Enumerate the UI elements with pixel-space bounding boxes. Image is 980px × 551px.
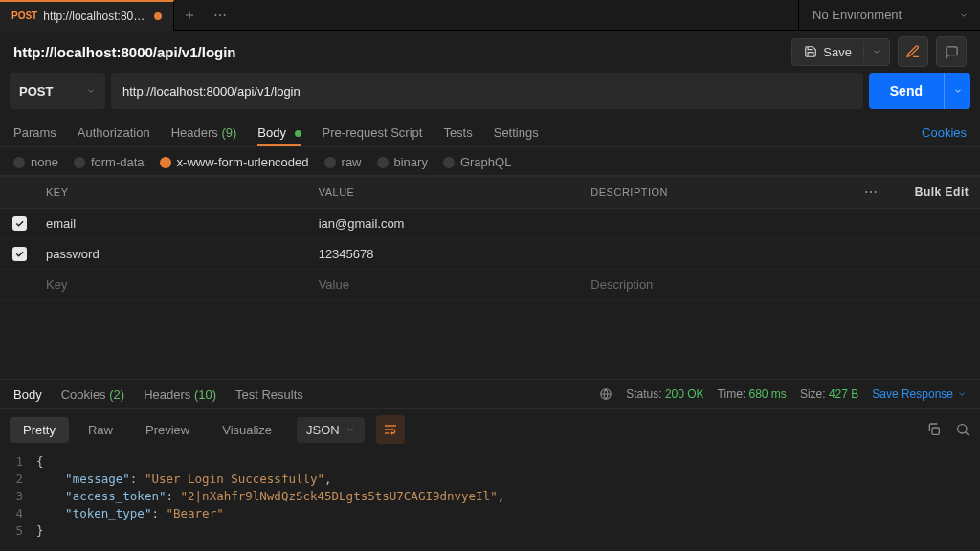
check-icon [14,218,25,229]
comments-button[interactable] [936,36,967,67]
chevron-down-icon [953,86,963,96]
save-options-button[interactable] [863,41,889,62]
chevron-down-icon [86,86,96,96]
search-response-button[interactable] [955,422,970,437]
kv-key-placeholder[interactable]: Key [38,277,311,292]
kv-row: password 12345678 [0,239,980,270]
svg-point-0 [215,13,217,15]
body-type-none[interactable]: none [13,155,58,169]
copy-response-button[interactable] [926,422,942,437]
kv-value-cell[interactable]: ian@gmail.com [311,216,584,231]
new-tab-button[interactable] [174,9,205,22]
tab-params[interactable]: Params [13,125,56,140]
kv-header-desc: DESCRIPTION [583,187,856,198]
line-number: 2 [0,471,36,488]
tab-auth[interactable]: Authorization [78,125,150,140]
search-icon [955,422,970,437]
row-checkbox[interactable] [12,216,27,231]
dots-icon [863,185,879,200]
globe-icon[interactable] [599,387,612,401]
bulk-edit-button[interactable]: Bulk Edit [903,186,980,199]
format-select[interactable]: JSON [297,417,365,443]
view-preview[interactable]: Preview [132,417,203,443]
body-type-raw[interactable]: raw [324,155,362,169]
resp-tab-cookies[interactable]: Cookies (2) [61,387,124,402]
svg-point-4 [870,191,872,193]
check-icon [14,249,25,259]
view-visualize[interactable]: Visualize [209,417,285,443]
kv-key-cell[interactable]: email [38,216,311,231]
wrap-lines-button[interactable] [376,415,405,444]
view-raw[interactable]: Raw [75,417,126,443]
save-icon [804,45,817,58]
body-type-urlencoded[interactable]: x-www-form-urlencoded [160,155,309,169]
line-number: 3 [0,488,36,505]
tab-overflow-button[interactable] [205,8,235,23]
radio-icon [13,157,25,168]
kv-value-placeholder[interactable]: Value [311,277,584,292]
save-button[interactable]: Save [792,39,863,65]
cookies-link[interactable]: Cookies [922,125,967,140]
kv-row-new[interactable]: Key Value Description [0,270,980,300]
body-type-graphql[interactable]: GraphQL [443,155,511,169]
title-row: http://localhost:8000/api/v1/login Save [0,31,980,73]
body-type-formdata[interactable]: form-data [74,155,145,169]
tab-bar: POST http://localhost:8000/ No Environme… [0,0,980,31]
tab-body-label: Body [257,125,286,140]
row-checkbox[interactable] [12,247,27,261]
environment-label: No Environment [813,8,902,22]
send-button[interactable]: Send [869,73,944,109]
save-response-button[interactable]: Save Response [872,387,967,401]
tab-body[interactable]: Body [257,125,301,140]
url-row: POST http://localhost:8000/api/v1/login … [0,73,980,119]
response-tabs: Body Cookies (2) Headers (10) Test Resul… [0,379,980,409]
send-button-group: Send [869,73,970,109]
response-body[interactable]: 1{ 2 "message": "User Login Successfully… [0,450,980,540]
chevron-down-icon [957,389,967,399]
svg-point-1 [219,13,221,15]
response-toolbar: Pretty Raw Preview Visualize JSON [0,409,980,450]
chevron-down-icon [959,11,969,20]
tab-tests[interactable]: Tests [443,125,472,140]
body-type-binary[interactable]: binary [377,155,428,169]
tab-title: http://localhost:8000/ [43,10,148,23]
radio-icon [377,157,389,168]
http-method-label: POST [19,84,53,99]
wrap-icon [383,422,398,437]
resp-tab-tests[interactable]: Test Results [235,387,303,402]
save-button-group: Save [791,38,890,66]
request-tabs: Params Authorization Headers (9) Body Pr… [0,119,980,147]
kv-key-cell[interactable]: password [38,247,311,261]
pencil-icon [905,44,921,59]
kv-columns-button[interactable] [856,185,903,200]
kv-header-value: VALUE [311,187,584,198]
view-pretty[interactable]: Pretty [10,417,69,443]
tab-headers[interactable]: Headers (9) [171,125,237,140]
resp-tab-body[interactable]: Body [13,387,42,402]
tab-headers-count: (9) [221,125,236,140]
request-tab[interactable]: POST http://localhost:8000/ [0,0,174,31]
resp-tab-headers[interactable]: Headers (10) [144,387,216,402]
comment-icon [945,45,959,59]
radio-icon [74,157,85,168]
http-method-select[interactable]: POST [10,73,105,109]
response-status-bar: Status: 200 OK Time: 680 ms Size: 427 B … [599,387,967,401]
radio-icon [324,157,336,168]
save-label: Save [823,45,852,59]
environment-select[interactable]: No Environment [798,0,980,31]
status-size: 427 B [829,387,858,401]
status-code: 200 OK [665,387,704,401]
copy-icon [926,422,942,437]
kv-desc-placeholder[interactable]: Description [583,277,856,292]
tab-settings[interactable]: Settings [494,125,539,140]
chevron-down-icon [345,425,355,434]
edit-button[interactable] [898,36,928,67]
kv-value-cell[interactable]: 12345678 [311,247,584,261]
unsaved-dot-icon [154,12,162,20]
svg-point-5 [875,191,877,193]
line-number: 4 [0,505,36,522]
svg-rect-7 [932,428,939,434]
url-input[interactable]: http://localhost:8000/api/v1/login [111,73,863,109]
send-options-button[interactable] [944,73,970,109]
tab-prerequest[interactable]: Pre-request Script [323,125,423,140]
